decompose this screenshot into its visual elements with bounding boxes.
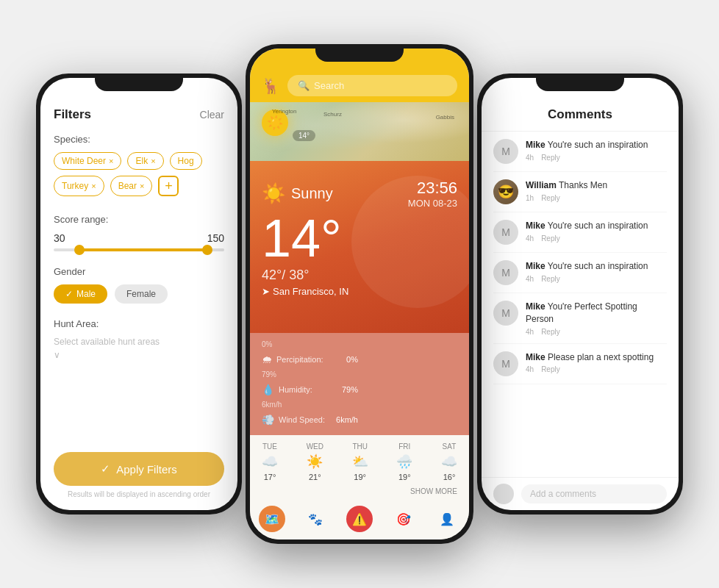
forecast-fri: FRI 🌧️ 19° [396, 442, 412, 481]
nav-paw-icon[interactable]: 🐾 [302, 506, 329, 532]
sat-weather-icon: ☁️ [441, 453, 457, 470]
comment-4: M Mike You're such an inspiration 4h Rep… [493, 253, 667, 293]
tag-add-button[interactable]: + [158, 176, 179, 196]
comment-1-reply[interactable]: Reply [541, 154, 560, 162]
gender-label: Gender [54, 266, 224, 277]
side-precip-left: 0% [262, 340, 358, 348]
notch-left [95, 78, 183, 91]
comment-2-time: 1h [526, 194, 534, 202]
tag-white-deer[interactable]: White Deer × [54, 152, 121, 170]
weather-details: 0% 🌧 Percipitation: 0% 79% [250, 333, 469, 435]
precip-value: 0% [346, 355, 358, 364]
hunt-area-label: Hunt Area: [54, 318, 224, 329]
comment-3-text: Mike You're such an inspiration [526, 220, 667, 232]
temp-map-badge: 14° [293, 130, 315, 141]
range-thumb-right[interactable] [202, 245, 212, 255]
nav-alert-icon[interactable]: ⚠️ [346, 506, 373, 532]
scene: Filters Clear Species: White Deer × Elk … [14, 15, 705, 573]
wind-label: Wind Speed: [279, 415, 325, 424]
tue-weather-icon: ☁️ [262, 453, 278, 470]
comment-6: M Mike Please plan a next spotting 4h Re… [493, 344, 667, 384]
sunny-icon: ☀️ [262, 182, 285, 205]
comment-5-text: Mike You're Perfect Spotting Person [526, 301, 667, 326]
map-label-3: Gabbis [436, 114, 454, 121]
hunt-area-placeholder: Select available hunt areas [54, 337, 224, 347]
comment-3: M Mike You're such an inspiration 4h Rep… [493, 212, 667, 253]
male-pill[interactable]: ✓ Male [54, 284, 107, 304]
gender-section: Gender ✓ Male Female [54, 266, 224, 304]
filters-screen: Filters Clear Species: White Deer × Elk … [40, 78, 237, 510]
species-tags: White Deer × Elk × Hog Turkey × [54, 152, 224, 196]
comments-list: M Mike You're such an inspiration 4h Rep… [482, 132, 679, 477]
precipitation-row: 🌧 Percipitation: 0% [262, 351, 358, 368]
comment-6-author: Mike [526, 352, 545, 362]
comment-input[interactable]: Add a comments [521, 484, 667, 503]
gender-pills: ✓ Male Female [54, 284, 224, 304]
tag-x-icon: × [151, 157, 155, 165]
forecast-wed: WED ☀️ 21° [307, 442, 323, 481]
tag-elk[interactable]: Elk × [127, 152, 163, 170]
comment-2-avatar: 😎 [493, 179, 518, 204]
forecast-tue: TUE ☁️ 17° [262, 442, 278, 481]
comment-2-reply[interactable]: Reply [541, 194, 560, 202]
range-thumb-left[interactable] [74, 245, 85, 255]
side-wind-left: 6km/h [262, 401, 358, 409]
comment-1-text: Mike You're such an inspiration [526, 139, 667, 151]
comment-1-author: Mike [526, 140, 545, 150]
score-label: Score range: [54, 214, 224, 225]
apply-filters-button[interactable]: ✓ Apply Filters [54, 452, 224, 486]
filters-clear-button[interactable]: Clear [200, 109, 224, 121]
comment-2-content: Thanks Men [559, 180, 607, 190]
comment-3-author: Mike [526, 220, 545, 231]
big-temperature: 14° [262, 212, 457, 265]
comment-4-time: 4h [526, 275, 534, 283]
fri-weather-icon: 🌧️ [396, 453, 412, 470]
filters-header: Filters Clear [54, 107, 224, 122]
comment-2: 😎 William Thanks Men 1h Reply [493, 172, 667, 212]
comment-4-content: You're such an inspiration [548, 261, 648, 271]
tag-bear[interactable]: Bear × [110, 176, 153, 196]
weather-time-block: 23:56 MON 08-23 [408, 179, 457, 209]
humidity-icon: 💧 [262, 384, 274, 395]
comment-6-reply[interactable]: Reply [541, 365, 560, 373]
weather-condition-row: ☀️ Sunny 23:56 MON 08-23 [262, 179, 457, 209]
precip-label: Percipitation: [276, 355, 323, 364]
weather-main: ☀️ Sunny 23:56 MON 08-23 14° 42°/ 38° ➤ … [250, 161, 469, 333]
tag-hog[interactable]: Hog [170, 152, 202, 170]
phone-comments: Comments M Mike You're such an inspirati… [477, 74, 683, 514]
comment-5-author: Mike [526, 301, 545, 312]
score-max: 150 [207, 232, 224, 244]
notch-right [536, 78, 624, 91]
check-icon: ✓ [65, 289, 73, 299]
comment-6-time: 4h [526, 365, 534, 373]
species-label: Species: [54, 134, 224, 145]
forecast-days: TUE ☁️ 17° WED ☀️ 21° THU ⛅ 19° [262, 442, 457, 481]
range-fill [79, 248, 207, 251]
comment-5-reply[interactable]: Reply [541, 328, 560, 336]
tag-turkey[interactable]: Turkey × [54, 176, 104, 196]
comment-3-reply[interactable]: Reply [541, 234, 560, 243]
nav-target-icon[interactable]: 🎯 [390, 506, 417, 532]
humidity-row: 💧 Humidity: 79% [262, 381, 358, 398]
weather-search-bar[interactable]: 🔍 Search [287, 75, 457, 96]
time-value: 23:56 [408, 179, 457, 198]
comment-2-text: William Thanks Men [526, 179, 667, 192]
comment-5-time: 4h [526, 328, 534, 336]
comment-4-text: Mike You're such an inspiration [526, 260, 667, 273]
score-values: 30 150 [54, 232, 224, 244]
comment-3-content: You're such an inspiration [548, 220, 648, 231]
nav-map-icon[interactable]: 🗺️ [259, 506, 285, 532]
comment-4-avatar: M [493, 260, 518, 285]
nav-person-icon[interactable]: 👤 [434, 506, 460, 532]
female-pill[interactable]: Female [115, 284, 168, 304]
chevron-down-icon[interactable]: ∨ [54, 350, 224, 360]
show-more-button[interactable]: SHOW MORE [262, 487, 457, 495]
wed-weather-icon: ☀️ [307, 453, 323, 470]
range-track[interactable] [54, 248, 224, 251]
comment-4-reply[interactable]: Reply [541, 275, 560, 283]
weather-nav: 🗺️ 🐾 ⚠️ 🎯 👤 [250, 501, 469, 539]
location-row: ➤ San Francisco, IN [262, 286, 457, 297]
comment-2-meta: 1h Reply [526, 194, 667, 202]
weather-condition: ☀️ Sunny [262, 182, 333, 205]
map-label-2: Schurz [323, 111, 342, 118]
